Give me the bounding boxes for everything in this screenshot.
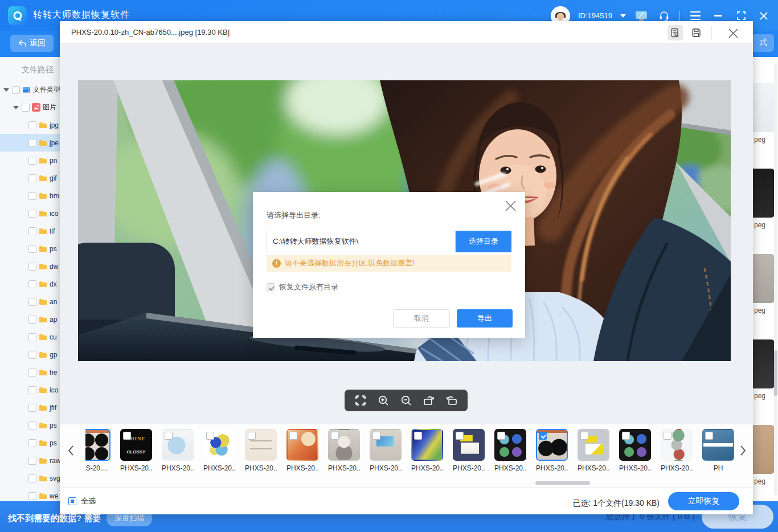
tree-folder-item[interactable]: ico <box>0 381 67 399</box>
checkbox[interactable] <box>28 210 36 218</box>
keep-original-dir-checkbox[interactable] <box>267 283 275 291</box>
thumbnail-item[interactable]: PHXS-20.... <box>245 429 277 484</box>
horizontal-scrollbar[interactable] <box>535 481 590 485</box>
thumbnail-checkbox[interactable] <box>705 432 713 440</box>
checkbox[interactable] <box>28 492 36 500</box>
thumbnail-item[interactable]: PHXS-20.... <box>453 429 485 484</box>
checkbox[interactable] <box>28 192 36 200</box>
thumbnail-item[interactable]: PHXS-20.... <box>370 429 402 484</box>
thumbnail-item[interactable]: PHXS-20.... <box>162 429 194 484</box>
tree-folder-item[interactable]: svg <box>0 469 67 487</box>
checkbox[interactable] <box>28 351 36 359</box>
thumbnail-checkbox[interactable] <box>664 432 671 440</box>
thumbnail-image[interactable] <box>370 429 402 461</box>
recover-now-button[interactable]: 立即恢复 <box>668 492 739 510</box>
tree-folder-item[interactable]: ps <box>0 434 67 452</box>
tree-folder-item[interactable]: cu <box>0 328 67 346</box>
thumbnail-item[interactable]: PHXS-20.... <box>536 429 568 484</box>
thumbnail-checkbox[interactable] <box>165 432 173 440</box>
checkbox[interactable] <box>28 298 36 306</box>
vertical-scrollbar[interactable] <box>774 63 777 496</box>
thumbnail-checkbox[interactable] <box>622 432 630 440</box>
choose-directory-button[interactable]: 选择目录 <box>456 231 511 252</box>
tree-group-images[interactable]: 图片 <box>0 99 67 116</box>
checkbox[interactable] <box>28 439 36 447</box>
thumbnail-item[interactable]: PHXS-20.... <box>286 429 318 484</box>
tree-root-file-type[interactable]: 文件类型 <box>0 81 67 99</box>
checkbox[interactable] <box>28 386 36 394</box>
back-button[interactable]: 返回 <box>10 35 54 52</box>
thumbnail-checkbox[interactable] <box>123 432 131 440</box>
tree-folder-item[interactable]: jfif <box>0 399 67 416</box>
thumbnail-image[interactable] <box>578 429 609 461</box>
thumbnail-item[interactable]: PHXS-20.... <box>661 429 693 484</box>
thumbnail-image[interactable] <box>661 429 693 461</box>
thumbnail-image[interactable] <box>162 429 194 461</box>
tree-folder-item[interactable]: gif <box>0 169 67 187</box>
preview-close-button[interactable] <box>726 26 740 40</box>
cancel-button[interactable]: 取消 <box>393 309 450 328</box>
checkbox[interactable] <box>28 139 36 147</box>
file-info-button[interactable] <box>668 25 683 40</box>
checkbox[interactable] <box>22 104 30 112</box>
export-button[interactable]: 导出 <box>457 309 513 328</box>
rotate-left-icon[interactable] <box>443 392 460 409</box>
thumbnail-item[interactable]: PHXS-20.... <box>328 429 360 484</box>
thumbnail-image[interactable]: SHINECLOSSY <box>120 429 152 461</box>
thumbnail-checkbox[interactable] <box>414 432 422 440</box>
select-all-checkbox[interactable] <box>68 497 76 505</box>
thumbnail-checkbox[interactable] <box>497 432 505 440</box>
tree-folder-item[interactable]: jpg <box>0 116 67 134</box>
checkbox[interactable] <box>28 457 36 465</box>
checkbox[interactable] <box>28 263 36 271</box>
thumbnail-image[interactable] <box>328 429 360 461</box>
tree-folder-item[interactable]: ap <box>0 310 67 328</box>
thumbnail-image[interactable] <box>411 429 443 461</box>
checkbox[interactable] <box>12 86 20 94</box>
thumbnail-item[interactable]: PH <box>702 429 734 484</box>
collapse-arrow-icon[interactable] <box>13 106 19 109</box>
thumbnail-checkbox[interactable] <box>456 432 464 440</box>
thumbnail-checkbox[interactable] <box>206 432 214 440</box>
thumbnail-image[interactable] <box>286 429 318 461</box>
checkbox[interactable] <box>28 157 36 165</box>
thumbnail-item[interactable]: PHXS-20.... <box>578 429 609 484</box>
scroll-left-icon[interactable] <box>64 443 77 459</box>
checkbox[interactable] <box>28 280 36 288</box>
thumbnail-item[interactable]: XS-20.... <box>85 429 110 484</box>
thumbnail-image[interactable] <box>203 429 235 461</box>
thumbnail-image[interactable] <box>536 429 568 461</box>
tree-folder-item[interactable]: ps <box>0 416 67 434</box>
tree-folder-item[interactable]: pn <box>0 152 67 169</box>
tree-folder-item[interactable]: he <box>0 363 67 381</box>
checkbox[interactable] <box>28 404 36 412</box>
checkbox[interactable] <box>28 227 36 235</box>
thumbnail-item[interactable]: PHXS-20.... <box>494 429 526 484</box>
checkbox[interactable] <box>28 421 36 429</box>
save-button[interactable] <box>689 25 704 40</box>
tree-folder-item[interactable]: ico <box>0 204 67 222</box>
checkbox[interactable] <box>28 245 36 253</box>
dialog-close-button[interactable] <box>503 199 517 212</box>
select-all-control[interactable]: 全选 <box>68 496 96 506</box>
tab-file-path[interactable]: 文件路径 <box>0 57 67 81</box>
thumbnail-checkbox[interactable] <box>331 432 339 440</box>
thumbnail-image[interactable] <box>619 429 651 461</box>
thumbnail-item[interactable]: PHXS-20.... <box>619 429 651 484</box>
collapse-arrow-icon[interactable] <box>3 88 9 92</box>
zoom-out-icon[interactable] <box>398 392 415 409</box>
thumbnail-item[interactable]: PHXS-20.... <box>203 429 235 484</box>
close-button[interactable] <box>756 9 771 23</box>
thumbnail-item[interactable]: SHINECLOSSYPHXS-20.... <box>120 429 152 484</box>
checkbox[interactable] <box>28 369 36 377</box>
tree-folder-item[interactable]: an <box>0 293 67 310</box>
tree-folder-item[interactable]: gp <box>0 346 67 363</box>
tree-folder-item[interactable]: we <box>0 487 67 501</box>
tree-folder-item[interactable]: ps <box>0 240 67 257</box>
keep-original-dir-control[interactable]: 恢复文件原有目录 <box>267 282 338 292</box>
checkbox[interactable] <box>28 174 36 182</box>
fullscreen-icon[interactable] <box>352 392 369 409</box>
tree-folder-item[interactable]: jpe <box>0 134 67 152</box>
thumbnail-image[interactable] <box>494 429 526 461</box>
export-path-input[interactable] <box>267 231 456 252</box>
